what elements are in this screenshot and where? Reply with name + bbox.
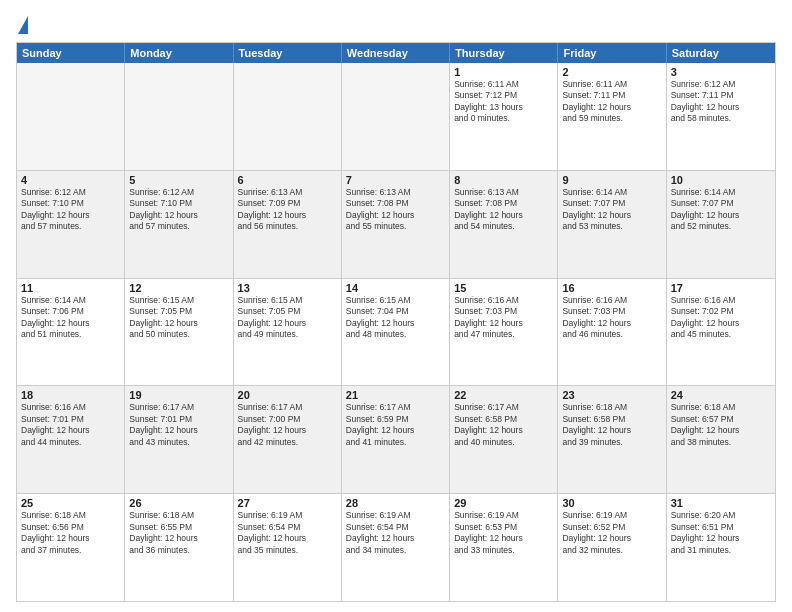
day-number: 27: [238, 497, 337, 509]
calendar-day-8: 8Sunrise: 6:13 AM Sunset: 7:08 PM Daylig…: [450, 171, 558, 278]
day-number: 28: [346, 497, 445, 509]
day-info: Sunrise: 6:16 AM Sunset: 7:03 PM Dayligh…: [454, 295, 553, 341]
calendar-day-22: 22Sunrise: 6:17 AM Sunset: 6:58 PM Dayli…: [450, 386, 558, 493]
day-number: 4: [21, 174, 120, 186]
calendar-day-26: 26Sunrise: 6:18 AM Sunset: 6:55 PM Dayli…: [125, 494, 233, 601]
calendar-empty-cell: [125, 63, 233, 170]
day-number: 10: [671, 174, 771, 186]
day-number: 21: [346, 389, 445, 401]
day-number: 20: [238, 389, 337, 401]
calendar-week-4: 25Sunrise: 6:18 AM Sunset: 6:56 PM Dayli…: [17, 493, 775, 601]
calendar-day-14: 14Sunrise: 6:15 AM Sunset: 7:04 PM Dayli…: [342, 279, 450, 386]
calendar-header-thursday: Thursday: [450, 43, 558, 63]
day-number: 30: [562, 497, 661, 509]
day-number: 13: [238, 282, 337, 294]
calendar: SundayMondayTuesdayWednesdayThursdayFrid…: [16, 42, 776, 602]
calendar-header-monday: Monday: [125, 43, 233, 63]
calendar-day-15: 15Sunrise: 6:16 AM Sunset: 7:03 PM Dayli…: [450, 279, 558, 386]
calendar-day-11: 11Sunrise: 6:14 AM Sunset: 7:06 PM Dayli…: [17, 279, 125, 386]
day-info: Sunrise: 6:12 AM Sunset: 7:11 PM Dayligh…: [671, 79, 771, 125]
calendar-day-1: 1Sunrise: 6:11 AM Sunset: 7:12 PM Daylig…: [450, 63, 558, 170]
day-info: Sunrise: 6:13 AM Sunset: 7:08 PM Dayligh…: [454, 187, 553, 233]
calendar-day-7: 7Sunrise: 6:13 AM Sunset: 7:08 PM Daylig…: [342, 171, 450, 278]
day-info: Sunrise: 6:15 AM Sunset: 7:04 PM Dayligh…: [346, 295, 445, 341]
day-info: Sunrise: 6:13 AM Sunset: 7:08 PM Dayligh…: [346, 187, 445, 233]
day-info: Sunrise: 6:15 AM Sunset: 7:05 PM Dayligh…: [238, 295, 337, 341]
day-info: Sunrise: 6:17 AM Sunset: 6:58 PM Dayligh…: [454, 402, 553, 448]
day-info: Sunrise: 6:19 AM Sunset: 6:52 PM Dayligh…: [562, 510, 661, 556]
day-number: 15: [454, 282, 553, 294]
day-info: Sunrise: 6:16 AM Sunset: 7:03 PM Dayligh…: [562, 295, 661, 341]
day-number: 2: [562, 66, 661, 78]
day-info: Sunrise: 6:20 AM Sunset: 6:51 PM Dayligh…: [671, 510, 771, 556]
day-number: 11: [21, 282, 120, 294]
day-info: Sunrise: 6:11 AM Sunset: 7:11 PM Dayligh…: [562, 79, 661, 125]
day-number: 5: [129, 174, 228, 186]
day-info: Sunrise: 6:17 AM Sunset: 7:01 PM Dayligh…: [129, 402, 228, 448]
calendar-empty-cell: [342, 63, 450, 170]
calendar-day-5: 5Sunrise: 6:12 AM Sunset: 7:10 PM Daylig…: [125, 171, 233, 278]
day-number: 24: [671, 389, 771, 401]
day-info: Sunrise: 6:19 AM Sunset: 6:54 PM Dayligh…: [346, 510, 445, 556]
calendar-day-13: 13Sunrise: 6:15 AM Sunset: 7:05 PM Dayli…: [234, 279, 342, 386]
calendar-day-12: 12Sunrise: 6:15 AM Sunset: 7:05 PM Dayli…: [125, 279, 233, 386]
calendar-header-saturday: Saturday: [667, 43, 775, 63]
calendar-day-3: 3Sunrise: 6:12 AM Sunset: 7:11 PM Daylig…: [667, 63, 775, 170]
day-info: Sunrise: 6:12 AM Sunset: 7:10 PM Dayligh…: [21, 187, 120, 233]
day-number: 26: [129, 497, 228, 509]
calendar-day-20: 20Sunrise: 6:17 AM Sunset: 7:00 PM Dayli…: [234, 386, 342, 493]
calendar-header-tuesday: Tuesday: [234, 43, 342, 63]
day-info: Sunrise: 6:17 AM Sunset: 6:59 PM Dayligh…: [346, 402, 445, 448]
day-info: Sunrise: 6:17 AM Sunset: 7:00 PM Dayligh…: [238, 402, 337, 448]
day-info: Sunrise: 6:14 AM Sunset: 7:07 PM Dayligh…: [562, 187, 661, 233]
day-info: Sunrise: 6:12 AM Sunset: 7:10 PM Dayligh…: [129, 187, 228, 233]
calendar-day-24: 24Sunrise: 6:18 AM Sunset: 6:57 PM Dayli…: [667, 386, 775, 493]
day-number: 18: [21, 389, 120, 401]
calendar-day-29: 29Sunrise: 6:19 AM Sunset: 6:53 PM Dayli…: [450, 494, 558, 601]
calendar-week-3: 18Sunrise: 6:16 AM Sunset: 7:01 PM Dayli…: [17, 385, 775, 493]
calendar-empty-cell: [17, 63, 125, 170]
day-number: 9: [562, 174, 661, 186]
calendar-day-4: 4Sunrise: 6:12 AM Sunset: 7:10 PM Daylig…: [17, 171, 125, 278]
calendar-day-23: 23Sunrise: 6:18 AM Sunset: 6:58 PM Dayli…: [558, 386, 666, 493]
calendar-day-30: 30Sunrise: 6:19 AM Sunset: 6:52 PM Dayli…: [558, 494, 666, 601]
day-number: 3: [671, 66, 771, 78]
day-info: Sunrise: 6:19 AM Sunset: 6:53 PM Dayligh…: [454, 510, 553, 556]
calendar-empty-cell: [234, 63, 342, 170]
calendar-day-19: 19Sunrise: 6:17 AM Sunset: 7:01 PM Dayli…: [125, 386, 233, 493]
day-info: Sunrise: 6:15 AM Sunset: 7:05 PM Dayligh…: [129, 295, 228, 341]
calendar-week-1: 4Sunrise: 6:12 AM Sunset: 7:10 PM Daylig…: [17, 170, 775, 278]
day-number: 22: [454, 389, 553, 401]
day-number: 19: [129, 389, 228, 401]
day-number: 8: [454, 174, 553, 186]
calendar-header-wednesday: Wednesday: [342, 43, 450, 63]
logo: [16, 16, 28, 34]
calendar-day-18: 18Sunrise: 6:16 AM Sunset: 7:01 PM Dayli…: [17, 386, 125, 493]
calendar-day-25: 25Sunrise: 6:18 AM Sunset: 6:56 PM Dayli…: [17, 494, 125, 601]
calendar-week-0: 1Sunrise: 6:11 AM Sunset: 7:12 PM Daylig…: [17, 63, 775, 170]
calendar-day-2: 2Sunrise: 6:11 AM Sunset: 7:11 PM Daylig…: [558, 63, 666, 170]
calendar-header-friday: Friday: [558, 43, 666, 63]
calendar-day-21: 21Sunrise: 6:17 AM Sunset: 6:59 PM Dayli…: [342, 386, 450, 493]
day-info: Sunrise: 6:18 AM Sunset: 6:55 PM Dayligh…: [129, 510, 228, 556]
header: [16, 16, 776, 34]
day-number: 14: [346, 282, 445, 294]
calendar-day-9: 9Sunrise: 6:14 AM Sunset: 7:07 PM Daylig…: [558, 171, 666, 278]
page: SundayMondayTuesdayWednesdayThursdayFrid…: [0, 0, 792, 612]
day-info: Sunrise: 6:19 AM Sunset: 6:54 PM Dayligh…: [238, 510, 337, 556]
calendar-day-28: 28Sunrise: 6:19 AM Sunset: 6:54 PM Dayli…: [342, 494, 450, 601]
day-info: Sunrise: 6:14 AM Sunset: 7:06 PM Dayligh…: [21, 295, 120, 341]
calendar-day-10: 10Sunrise: 6:14 AM Sunset: 7:07 PM Dayli…: [667, 171, 775, 278]
calendar-body: 1Sunrise: 6:11 AM Sunset: 7:12 PM Daylig…: [17, 63, 775, 601]
day-info: Sunrise: 6:18 AM Sunset: 6:57 PM Dayligh…: [671, 402, 771, 448]
day-number: 17: [671, 282, 771, 294]
day-number: 31: [671, 497, 771, 509]
calendar-day-17: 17Sunrise: 6:16 AM Sunset: 7:02 PM Dayli…: [667, 279, 775, 386]
day-number: 16: [562, 282, 661, 294]
day-number: 7: [346, 174, 445, 186]
calendar-week-2: 11Sunrise: 6:14 AM Sunset: 7:06 PM Dayli…: [17, 278, 775, 386]
calendar-day-31: 31Sunrise: 6:20 AM Sunset: 6:51 PM Dayli…: [667, 494, 775, 601]
calendar-day-27: 27Sunrise: 6:19 AM Sunset: 6:54 PM Dayli…: [234, 494, 342, 601]
logo-triangle-icon: [18, 16, 28, 34]
day-info: Sunrise: 6:18 AM Sunset: 6:56 PM Dayligh…: [21, 510, 120, 556]
